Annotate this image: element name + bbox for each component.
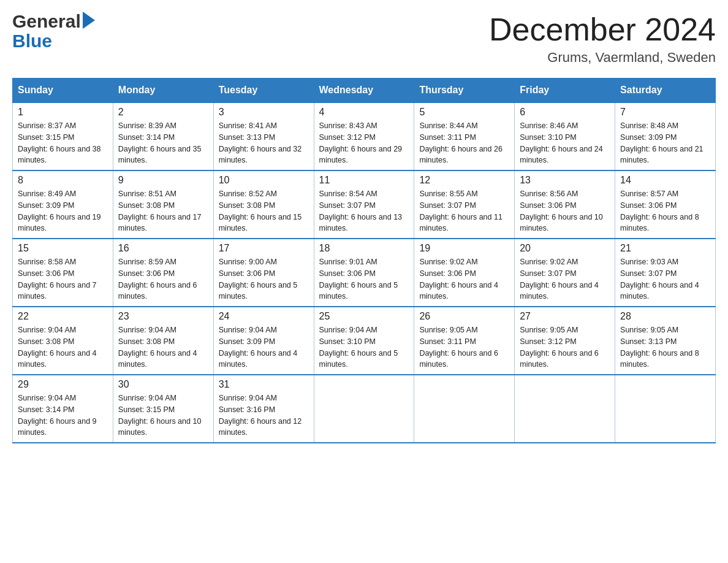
day-number: 29 (18, 379, 108, 390)
day-number: 19 (419, 243, 509, 254)
calendar-cell: 14Sunrise: 8:57 AMSunset: 3:06 PMDayligh… (615, 170, 716, 239)
calendar-cell: 23Sunrise: 9:04 AMSunset: 3:08 PMDayligh… (113, 307, 213, 375)
day-number: 4 (319, 107, 409, 118)
day-number: 9 (118, 175, 208, 186)
calendar-cell: 20Sunrise: 9:02 AMSunset: 3:07 PMDayligh… (515, 239, 615, 307)
day-number: 10 (219, 175, 309, 186)
day-number: 1 (18, 107, 108, 118)
title-block: December 2024 Grums, Vaermland, Sweden (489, 12, 716, 66)
calendar-cell: 27Sunrise: 9:05 AMSunset: 3:12 PMDayligh… (515, 307, 615, 375)
day-info: Sunrise: 9:02 AMSunset: 3:07 PMDaylight:… (520, 256, 610, 302)
day-number: 3 (219, 107, 309, 118)
day-number: 5 (419, 107, 509, 118)
day-info: Sunrise: 8:39 AMSunset: 3:14 PMDaylight:… (118, 120, 208, 166)
calendar-cell: 11Sunrise: 8:54 AMSunset: 3:07 PMDayligh… (314, 170, 414, 239)
calendar-cell: 22Sunrise: 9:04 AMSunset: 3:08 PMDayligh… (13, 307, 113, 375)
calendar-cell: 4Sunrise: 8:43 AMSunset: 3:12 PMDaylight… (314, 102, 414, 170)
calendar-cell: 28Sunrise: 9:05 AMSunset: 3:13 PMDayligh… (615, 307, 716, 375)
calendar-cell: 31Sunrise: 9:04 AMSunset: 3:16 PMDayligh… (213, 375, 314, 443)
day-info: Sunrise: 8:57 AMSunset: 3:06 PMDaylight:… (620, 188, 710, 234)
calendar-cell: 26Sunrise: 9:05 AMSunset: 3:11 PMDayligh… (414, 307, 515, 375)
header-friday: Friday (515, 79, 615, 103)
calendar-cell: 16Sunrise: 8:59 AMSunset: 3:06 PMDayligh… (113, 239, 213, 307)
calendar-cell: 6Sunrise: 8:46 AMSunset: 3:10 PMDaylight… (515, 102, 615, 170)
calendar-week-row: 15Sunrise: 8:58 AMSunset: 3:06 PMDayligh… (13, 239, 716, 307)
day-info: Sunrise: 9:00 AMSunset: 3:06 PMDaylight:… (219, 256, 309, 302)
calendar-cell: 7Sunrise: 8:48 AMSunset: 3:09 PMDaylight… (615, 102, 716, 170)
calendar-week-row: 29Sunrise: 9:04 AMSunset: 3:14 PMDayligh… (13, 375, 716, 443)
calendar-cell: 25Sunrise: 9:04 AMSunset: 3:10 PMDayligh… (314, 307, 414, 375)
calendar-cell: 19Sunrise: 9:02 AMSunset: 3:06 PMDayligh… (414, 239, 515, 307)
day-info: Sunrise: 8:55 AMSunset: 3:07 PMDaylight:… (419, 188, 509, 234)
day-number: 26 (419, 311, 509, 322)
header-monday: Monday (113, 79, 213, 103)
header-sunday: Sunday (13, 79, 113, 103)
day-number: 24 (219, 311, 309, 322)
day-info: Sunrise: 9:04 AMSunset: 3:09 PMDaylight:… (219, 324, 309, 370)
location-title: Grums, Vaermland, Sweden (489, 50, 716, 66)
calendar-cell (615, 375, 716, 443)
calendar-cell: 29Sunrise: 9:04 AMSunset: 3:14 PMDayligh… (13, 375, 113, 443)
header-thursday: Thursday (414, 79, 515, 103)
day-number: 27 (520, 311, 610, 322)
header-saturday: Saturday (615, 79, 716, 103)
day-info: Sunrise: 9:04 AMSunset: 3:16 PMDaylight:… (219, 393, 309, 439)
day-info: Sunrise: 8:41 AMSunset: 3:13 PMDaylight:… (219, 120, 309, 166)
day-info: Sunrise: 8:37 AMSunset: 3:15 PMDaylight:… (18, 120, 108, 166)
day-info: Sunrise: 8:43 AMSunset: 3:12 PMDaylight:… (319, 120, 409, 166)
logo-blue-text: Blue (12, 31, 52, 52)
day-info: Sunrise: 9:04 AMSunset: 3:15 PMDaylight:… (118, 393, 208, 439)
day-number: 6 (520, 107, 610, 118)
calendar-cell: 21Sunrise: 9:03 AMSunset: 3:07 PMDayligh… (615, 239, 716, 307)
day-number: 15 (18, 243, 108, 254)
day-info: Sunrise: 9:05 AMSunset: 3:13 PMDaylight:… (620, 324, 710, 370)
day-info: Sunrise: 9:02 AMSunset: 3:06 PMDaylight:… (419, 256, 509, 302)
logo-general-text: General (12, 12, 81, 31)
header-tuesday: Tuesday (213, 79, 314, 103)
day-info: Sunrise: 8:49 AMSunset: 3:09 PMDaylight:… (18, 188, 108, 234)
day-number: 7 (620, 107, 710, 118)
day-number: 2 (118, 107, 208, 118)
day-number: 20 (520, 243, 610, 254)
day-info: Sunrise: 9:04 AMSunset: 3:14 PMDaylight:… (18, 393, 108, 439)
day-number: 12 (419, 175, 509, 186)
day-number: 16 (118, 243, 208, 254)
day-info: Sunrise: 8:51 AMSunset: 3:08 PMDaylight:… (118, 188, 208, 234)
month-title: December 2024 (489, 12, 716, 47)
calendar-week-row: 1Sunrise: 8:37 AMSunset: 3:15 PMDaylight… (13, 102, 716, 170)
calendar-header-row: SundayMondayTuesdayWednesdayThursdayFrid… (13, 79, 716, 103)
day-info: Sunrise: 9:01 AMSunset: 3:06 PMDaylight:… (319, 256, 409, 302)
calendar-cell: 15Sunrise: 8:58 AMSunset: 3:06 PMDayligh… (13, 239, 113, 307)
day-info: Sunrise: 8:52 AMSunset: 3:08 PMDaylight:… (219, 188, 309, 234)
calendar-cell: 12Sunrise: 8:55 AMSunset: 3:07 PMDayligh… (414, 170, 515, 239)
day-info: Sunrise: 9:04 AMSunset: 3:10 PMDaylight:… (319, 324, 409, 370)
day-number: 22 (18, 311, 108, 322)
calendar-cell: 5Sunrise: 8:44 AMSunset: 3:11 PMDaylight… (414, 102, 515, 170)
calendar-cell: 30Sunrise: 9:04 AMSunset: 3:15 PMDayligh… (113, 375, 213, 443)
calendar-cell: 8Sunrise: 8:49 AMSunset: 3:09 PMDaylight… (13, 170, 113, 239)
day-number: 28 (620, 311, 710, 322)
calendar-cell (515, 375, 615, 443)
day-info: Sunrise: 8:44 AMSunset: 3:11 PMDaylight:… (419, 120, 509, 166)
calendar-cell (414, 375, 515, 443)
day-info: Sunrise: 8:54 AMSunset: 3:07 PMDaylight:… (319, 188, 409, 234)
day-number: 13 (520, 175, 610, 186)
calendar-cell: 17Sunrise: 9:00 AMSunset: 3:06 PMDayligh… (213, 239, 314, 307)
header-wednesday: Wednesday (314, 79, 414, 103)
day-number: 23 (118, 311, 208, 322)
page-header: General Blue December 2024 Grums, Vaerml… (12, 12, 716, 66)
calendar-week-row: 22Sunrise: 9:04 AMSunset: 3:08 PMDayligh… (13, 307, 716, 375)
day-number: 11 (319, 175, 409, 186)
calendar-week-row: 8Sunrise: 8:49 AMSunset: 3:09 PMDaylight… (13, 170, 716, 239)
day-number: 17 (219, 243, 309, 254)
calendar-cell: 9Sunrise: 8:51 AMSunset: 3:08 PMDaylight… (113, 170, 213, 239)
day-info: Sunrise: 8:56 AMSunset: 3:06 PMDaylight:… (520, 188, 610, 234)
day-info: Sunrise: 8:59 AMSunset: 3:06 PMDaylight:… (118, 256, 208, 302)
day-number: 25 (319, 311, 409, 322)
day-number: 31 (219, 379, 309, 390)
day-info: Sunrise: 8:46 AMSunset: 3:10 PMDaylight:… (520, 120, 610, 166)
day-info: Sunrise: 8:58 AMSunset: 3:06 PMDaylight:… (18, 256, 108, 302)
calendar-cell: 3Sunrise: 8:41 AMSunset: 3:13 PMDaylight… (213, 102, 314, 170)
calendar-cell: 13Sunrise: 8:56 AMSunset: 3:06 PMDayligh… (515, 170, 615, 239)
day-number: 30 (118, 379, 208, 390)
